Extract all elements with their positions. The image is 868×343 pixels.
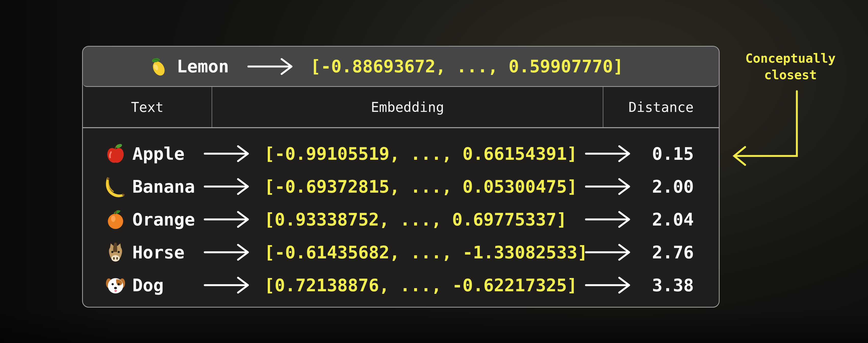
- item-label: Dog: [132, 275, 204, 295]
- query-row: Lemon [-0.88693672, ..., 0.59907770]: [83, 47, 719, 87]
- query-label: Lemon: [177, 56, 229, 76]
- orange-emoji-icon: [103, 208, 128, 231]
- embedding-value: [-0.99105519, ..., 0.66154391]: [257, 144, 585, 164]
- apple-emoji-icon: [103, 142, 128, 165]
- item-label: Horse: [132, 242, 204, 263]
- dog-emoji-icon: [103, 274, 128, 297]
- distance-value: 2.00: [639, 177, 719, 197]
- distance-value: 0.15: [639, 144, 719, 164]
- embedding-value: [0.72138876, ..., -0.62217325]: [257, 275, 585, 295]
- embedding-value: [-0.61435682, ..., -1.33082533]: [257, 242, 585, 263]
- right-arrow-icon: [204, 176, 257, 197]
- item-label: Orange: [132, 209, 204, 230]
- query-emoji-icon: [147, 55, 170, 78]
- conceptually-closest-annotation: Conceptually closest: [732, 50, 849, 83]
- right-arrow-icon: [204, 275, 257, 295]
- right-arrow-icon: [247, 56, 294, 77]
- annotation-line1: Conceptually: [732, 50, 849, 67]
- right-arrow-icon: [585, 143, 639, 164]
- embedding-value: [0.93338752, ..., 0.69775337]: [257, 209, 585, 230]
- embedding-value: [-0.69372815, ..., 0.05300475]: [257, 177, 585, 197]
- item-label: Apple: [132, 144, 204, 164]
- query-embedding-value: [-0.88693672, ..., 0.59907770]: [310, 56, 623, 76]
- table-row: Dog [0.72138876, ..., -0.62217325] 3.38: [83, 273, 719, 297]
- right-arrow-icon: [585, 176, 639, 197]
- distance-value: 2.04: [639, 209, 719, 230]
- table-header: Text Embedding Distance: [83, 87, 719, 128]
- annotation-line2: closest: [732, 67, 849, 83]
- table-body: Apple [-0.99105519, ..., 0.66154391] 0.1…: [83, 128, 719, 307]
- table-row: Orange [0.93338752, ..., 0.69775337] 2.0…: [83, 207, 719, 232]
- table-row: Apple [-0.99105519, ..., 0.66154391] 0.1…: [83, 141, 719, 166]
- banana-emoji-icon: [103, 175, 128, 198]
- table-row: Banana [-0.69372815, ..., 0.05300475] 2.…: [83, 174, 719, 199]
- right-arrow-icon: [204, 209, 257, 230]
- item-label: Banana: [132, 177, 204, 197]
- table-row: Horse [-0.61435682, ..., -1.33082533] 2.…: [83, 240, 719, 265]
- column-header-text: Text: [83, 87, 212, 127]
- column-header-distance: Distance: [603, 87, 719, 127]
- right-arrow-icon: [585, 209, 639, 230]
- distance-value: 2.76: [639, 242, 719, 263]
- right-arrow-icon: [585, 275, 639, 295]
- right-arrow-icon: [204, 242, 257, 263]
- horse-emoji-icon: [103, 241, 128, 264]
- right-arrow-icon: [204, 143, 257, 164]
- embedding-diagram-canvas: { "query_row": { "emoji_name": "lemon", …: [0, 0, 868, 343]
- distance-value: 3.38: [639, 275, 719, 295]
- elbow-arrow-icon: [728, 89, 805, 169]
- embedding-table-card: Lemon [-0.88693672, ..., 0.59907770] Tex…: [82, 46, 720, 308]
- column-header-embedding: Embedding: [212, 87, 603, 127]
- right-arrow-icon: [585, 242, 639, 263]
